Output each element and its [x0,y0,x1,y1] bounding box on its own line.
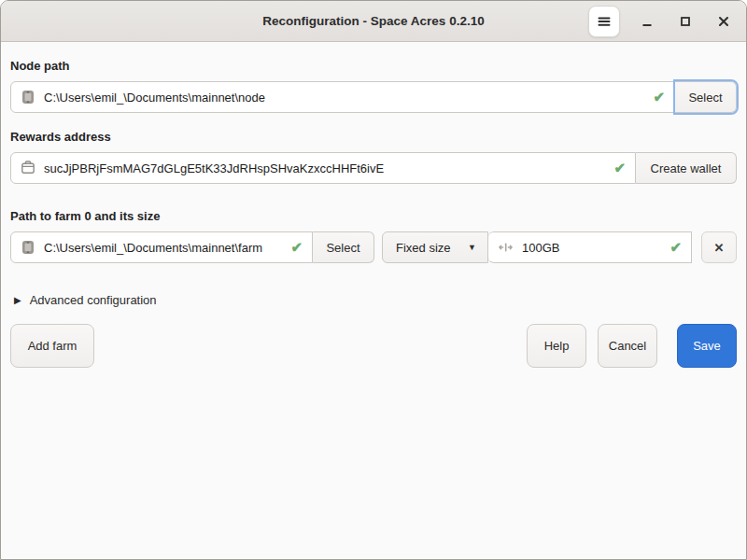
farm-0-size-valid-check-icon: ✔ [669,239,682,256]
node-path-value: C:\Users\emil_\Documents\mainnet\node [44,91,640,105]
minimize-icon [640,14,655,29]
action-bar: Add farm Help Cancel Save [10,324,737,368]
advanced-configuration-label: Advanced configuration [30,293,157,307]
farm-0-row: C:\Users\emil_\Documents\mainnet\farm ✔ … [10,231,737,263]
node-path-row: C:\Users\emil_\Documents\mainnet\node ✔ … [10,81,737,113]
rewards-address-valid-check-icon: ✔ [613,160,626,176]
rewards-address-input[interactable]: sucJjPBRjFsmMAG7dGLgE5tK33JdRHspSHvaKzxc… [10,152,636,184]
farm-0-size-input[interactable]: 100GB ✔ [488,231,692,263]
main-content: Node path C:\Users\emil_\Documents\mainn… [1,59,746,368]
minimize-button[interactable] [636,10,658,33]
window-controls [588,6,746,37]
help-button[interactable]: Help [527,324,586,368]
advanced-configuration-expander[interactable]: ▶ Advanced configuration [10,293,157,307]
app-window: Reconfiguration - Space Acres 0.2.10 [0,0,747,560]
chevron-down-icon: ▼ [468,243,476,252]
rewards-address-row: sucJjPBRjFsmMAG7dGLgE5tK33JdRHspSHvaKzxc… [10,152,737,184]
farm-0-label: Path to farm 0 and its size [10,209,737,223]
save-button[interactable]: Save [677,324,737,368]
farm-0-path-valid-check-icon: ✔ [290,239,303,256]
farm-0-select-button[interactable]: Select [313,231,374,263]
cancel-button[interactable]: Cancel [598,324,657,368]
wallet-icon [21,161,35,175]
add-farm-button[interactable]: Add farm [10,324,94,368]
remove-x-icon: ✕ [714,241,725,255]
rewards-address-group: sucJjPBRjFsmMAG7dGLgE5tK33JdRHspSHvaKzxc… [10,152,737,184]
ssd-drive-icon [21,240,35,255]
expander-triangle-icon: ▶ [14,295,21,305]
node-path-select-button[interactable]: Select [675,81,737,113]
rewards-address-label: Rewards address [10,130,737,144]
node-path-group: C:\Users\emil_\Documents\mainnet\node ✔ … [10,81,737,113]
node-path-input[interactable]: C:\Users\emil_\Documents\mainnet\node ✔ [10,81,675,113]
farm-0-size-mode-value: Fixed size [396,241,451,255]
create-wallet-button[interactable]: Create wallet [636,152,737,184]
farm-0-path-value: C:\Users\emil_\Documents\mainnet\farm [44,241,277,255]
node-path-label: Node path [10,59,737,73]
hamburger-icon [597,14,612,29]
ssd-drive-icon [21,90,35,105]
resize-horizontal-icon [498,240,514,255]
farm-0-size-value: 100GB [522,241,656,255]
maximize-button[interactable] [674,10,697,33]
farm-0-size-mode-dropdown[interactable]: Fixed size ▼ [382,231,488,263]
menu-button[interactable] [588,6,620,37]
close-icon [716,14,731,29]
node-path-valid-check-icon: ✔ [653,89,665,105]
farm-0-size-group: Fixed size ▼ 100GB ✔ [382,231,692,263]
close-button[interactable] [712,10,735,33]
farm-0-path-input[interactable]: C:\Users\emil_\Documents\mainnet\farm ✔ [10,231,313,263]
maximize-icon [678,14,693,29]
farm-0-remove-button[interactable]: ✕ [701,231,737,263]
farm-0-path-group: C:\Users\emil_\Documents\mainnet\farm ✔ … [10,231,374,263]
titlebar: Reconfiguration - Space Acres 0.2.10 [1,1,746,42]
rewards-address-value: sucJjPBRjFsmMAG7dGLgE5tK33JdRHspSHvaKzxc… [44,161,600,175]
